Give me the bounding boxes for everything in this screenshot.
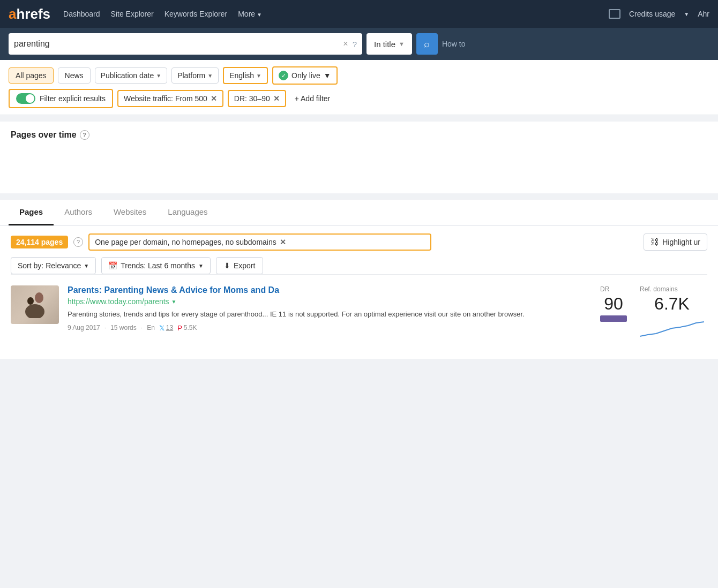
nav-more[interactable]: More (238, 10, 262, 18)
result-metrics: DR 90 Ref. domains 6.7K (600, 285, 707, 341)
section-title: Pages over time ? (11, 130, 707, 140)
svg-point-1 (27, 297, 34, 305)
filter-explicit-toggle[interactable]: Filter explicit results (9, 89, 113, 108)
search-input[interactable] (14, 39, 339, 49)
filters-area: All pages News Publication date ▼ Platfo… (0, 60, 718, 115)
trends-button[interactable]: 📅 Trends: Last 6 months ▼ (101, 257, 211, 274)
domain-filter-chip[interactable]: One page per domain, no homepages, no su… (88, 233, 431, 251)
dr-label: DR (600, 285, 627, 293)
nav-links: Dashboard Site Explorer Keywords Explore… (63, 10, 262, 18)
toggle-switch[interactable] (16, 93, 35, 104)
chart-section: Pages over time ? (0, 122, 718, 193)
chain-icon: ⛓ (650, 237, 659, 247)
nav-right: Credits usage ▼ Ahr (609, 9, 709, 19)
results-controls: 24,114 pages ? One page per domain, no h… (11, 233, 707, 251)
filter-website-traffic[interactable]: Website traffic: From 500 ✕ (117, 90, 223, 107)
pinterest-icon: P (177, 324, 182, 332)
svg-point-0 (35, 292, 43, 303)
logo-a: a (9, 7, 16, 21)
metric-ref-domains: Ref. domains 6.7K (640, 285, 704, 341)
result-content: Parents: Parenting News & Advice for Mom… (68, 285, 592, 332)
plus-icon: + Add filter (295, 94, 331, 103)
nav-site-explorer[interactable]: Site Explorer (111, 10, 154, 18)
chevron-down-icon: ▼ (198, 263, 204, 269)
search-help-icon[interactable]: ? (353, 40, 357, 49)
chevron-down-icon: ▼ (84, 263, 89, 269)
pages-over-time-help-icon[interactable]: ? (80, 130, 89, 140)
search-mode-label: In title (374, 40, 395, 49)
nav-dashboard[interactable]: Dashboard (63, 10, 100, 18)
search-icon: ⌕ (424, 39, 430, 50)
result-thumbnail (11, 285, 59, 324)
svg-point-2 (25, 304, 44, 318)
filter-all-pages[interactable]: All pages (9, 67, 54, 84)
controls-row-2: Sort by: Relevance ▼ 📅 Trends: Last 6 mo… (11, 257, 707, 274)
chevron-down-icon: ▼ (156, 73, 161, 79)
ref-domains-value: 6.7K (640, 295, 704, 312)
filters-row-2: Filter explicit results Website traffic:… (9, 89, 709, 108)
result-item: Parents: Parenting News & Advice for Mom… (11, 274, 707, 351)
result-meta: 9 Aug 2017 · 15 words · En 𝕏 13 P 5.5K (68, 324, 592, 332)
logo[interactable]: ahrefs (9, 7, 50, 21)
tab-pages[interactable]: Pages (9, 200, 54, 225)
result-words: 15 words (110, 324, 137, 331)
tabs-row: Pages Authors Websites Languages (0, 200, 718, 226)
remove-traffic-filter-icon[interactable]: ✕ (211, 94, 217, 103)
pages-count-badge: 24,114 pages (11, 236, 68, 248)
tab-websites[interactable]: Websites (103, 200, 157, 225)
filter-only-live[interactable]: ✓ Only live ▼ (272, 66, 338, 85)
toggle-knob (26, 94, 34, 103)
meta-dot-2: · (141, 324, 143, 331)
filter-platform[interactable]: Platform ▼ (171, 67, 219, 84)
chevron-down-icon: ▼ (207, 73, 213, 79)
search-bar: × ? In title ▼ ⌕ How to (0, 28, 718, 60)
logo-hrefs: hrefs (16, 7, 50, 21)
result-description: Parenting stories, trends and tips for e… (68, 309, 592, 320)
meta-dot-1: · (104, 324, 106, 331)
result-title-link[interactable]: Parents: Parenting News & Advice for Mom… (68, 285, 592, 295)
metric-dr: DR 90 (600, 285, 627, 322)
tab-languages[interactable]: Languages (157, 200, 218, 225)
how-to-link[interactable]: How to (442, 40, 466, 48)
filter-language[interactable]: English ▼ (223, 67, 268, 84)
monitor-icon[interactable] (609, 9, 620, 19)
check-icon: ✓ (279, 71, 288, 80)
download-icon: ⬇ (224, 261, 230, 270)
tab-authors[interactable]: Authors (54, 200, 103, 225)
add-filter-button[interactable]: + Add filter (290, 91, 335, 106)
navigation: ahrefs Dashboard Site Explorer Keywords … (0, 0, 718, 28)
clear-search-icon[interactable]: × (343, 39, 348, 49)
url-expand-icon[interactable]: ▼ (171, 299, 177, 305)
filters-row-1: All pages News Publication date ▼ Platfo… (9, 66, 709, 85)
chart-placeholder (11, 140, 707, 183)
search-input-wrap: × ? (9, 33, 362, 55)
credits-usage-btn[interactable]: Credits usage (629, 10, 675, 18)
chevron-down-icon: ▼ (256, 73, 261, 79)
result-twitter[interactable]: 𝕏 13 (159, 324, 173, 332)
ref-domains-label: Ref. domains (640, 285, 704, 293)
remove-dr-filter-icon[interactable]: ✕ (273, 94, 280, 103)
nav-keywords-explorer[interactable]: Keywords Explorer (164, 10, 228, 18)
account-btn[interactable]: Ahr (698, 10, 709, 18)
chevron-down-icon: ▼ (399, 41, 405, 47)
result-lang: En (147, 324, 155, 331)
filter-publication-date[interactable]: Publication date ▼ (95, 67, 168, 84)
highlight-unlinked-button[interactable]: ⛓ Highlight ur (644, 233, 707, 251)
dr-bar (600, 315, 627, 322)
chevron-down-icon: ▼ (324, 71, 331, 80)
search-mode-button[interactable]: In title ▼ (367, 33, 412, 55)
results-help-icon[interactable]: ? (73, 237, 83, 247)
tabs-section: Pages Authors Websites Languages 24,114 … (0, 200, 718, 359)
remove-domain-filter-icon[interactable]: ✕ (280, 238, 286, 246)
thumb-placeholder (11, 285, 59, 324)
search-go-button[interactable]: ⌕ (416, 33, 438, 55)
dr-value: 90 (600, 295, 627, 312)
sort-button[interactable]: Sort by: Relevance ▼ (11, 257, 96, 274)
result-pinterest[interactable]: P 5.5K (177, 324, 197, 332)
filter-dr[interactable]: DR: 30–90 ✕ (228, 90, 286, 107)
filter-news[interactable]: News (58, 67, 91, 84)
export-button[interactable]: ⬇ Export (216, 257, 263, 274)
twitter-icon: 𝕏 (159, 324, 164, 332)
results-section: 24,114 pages ? One page per domain, no h… (0, 226, 718, 359)
result-url[interactable]: https://www.today.com/parents ▼ (68, 297, 592, 306)
